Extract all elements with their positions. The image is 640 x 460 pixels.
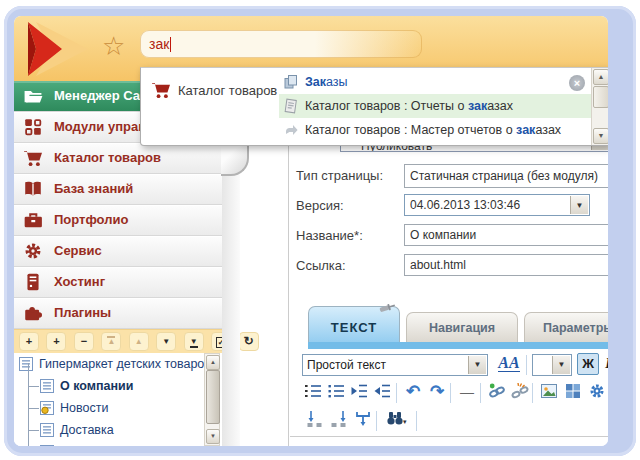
- undo-icon[interactable]: ↶: [402, 382, 424, 404]
- tree-scrollbar[interactable]: ▲ ▼: [204, 353, 220, 446]
- move-down-icon[interactable]: ▼: [156, 332, 176, 351]
- folder-icon: [23, 86, 43, 106]
- tree-toolbar: + + − ▲ ▲ ▼ ▼ ✓ ↻: [14, 329, 222, 353]
- suggestion-item[interactable]: Каталог товаров : Мастер отчетов о заказ…: [279, 118, 591, 142]
- sidebar-item-portfolio[interactable]: Портфолио: [14, 205, 222, 236]
- toolbar-bottom-border: [290, 436, 608, 437]
- chevron-down-icon[interactable]: ▼: [552, 356, 570, 374]
- chevron-down-icon[interactable]: ▼: [570, 196, 588, 214]
- active-tab-bar: [308, 342, 608, 349]
- font-size-select[interactable]: ▼: [532, 354, 572, 376]
- modules-grid-icon: [23, 117, 43, 137]
- suggestion-item-selected[interactable]: Каталог товаров : Отчеты о заказах: [279, 94, 591, 118]
- tree-node-payment[interactable]: Оплата: [40, 441, 222, 446]
- tree-root-node[interactable]: Гипермаркет детских товаров: [14, 353, 222, 375]
- text-caret: [170, 37, 171, 52]
- page-icon: [40, 445, 54, 446]
- report-icon: [283, 98, 299, 114]
- news-page-icon: [40, 401, 54, 415]
- insert-link-icon[interactable]: [486, 382, 508, 404]
- anchor-split-icon[interactable]: [352, 410, 374, 432]
- suggestion-group: Каталог товаров: [151, 80, 277, 100]
- tree-children: О компании Новости: [40, 375, 222, 446]
- settings-gear-icon[interactable]: [586, 382, 608, 404]
- gear-icon: [23, 241, 43, 261]
- insert-image-icon[interactable]: [538, 382, 560, 404]
- move-top-icon[interactable]: ▲: [101, 332, 121, 351]
- suggestion-item[interactable]: Заказы: [279, 70, 591, 94]
- tree-node-delivery[interactable]: Доставка: [40, 419, 222, 441]
- scroll-thumb[interactable]: [206, 370, 220, 424]
- chevron-down-icon[interactable]: ▼: [468, 356, 486, 374]
- redo-icon[interactable]: ↷: [426, 382, 448, 404]
- sidebar-item-catalog[interactable]: Каталог товаров: [14, 143, 222, 174]
- sidebar-item-hosting[interactable]: Хостинг: [14, 267, 222, 298]
- tab-navigation[interactable]: Навигация: [406, 312, 518, 342]
- page-type-label: Тип страницы:: [296, 168, 383, 183]
- pin-icon[interactable]: [376, 302, 396, 316]
- tree-node-news[interactable]: Новости: [40, 397, 222, 419]
- scroll-up-icon[interactable]: ▲: [593, 69, 608, 85]
- italic-button[interactable]: K: [602, 353, 608, 375]
- version-combobox[interactable]: 04.06.2013 13:03:46 ▼: [404, 194, 590, 216]
- format-select[interactable]: Простой текст ▼: [302, 354, 488, 376]
- title-input[interactable]: О компании: [404, 224, 608, 246]
- pages-tree: Гипермаркет детских товаров О компании: [14, 353, 222, 446]
- link-label: Ссылка:: [296, 258, 346, 273]
- move-bottom-icon[interactable]: ▼: [184, 332, 204, 351]
- tree-add-child-button[interactable]: +: [46, 332, 66, 351]
- panel-collapse-handle[interactable]: [221, 144, 249, 176]
- tree-remove-button[interactable]: −: [74, 332, 94, 351]
- global-search-input[interactable]: зак: [140, 30, 422, 58]
- briefcase-icon: [23, 210, 43, 230]
- suggestions-scrollbar[interactable]: ▲ ▼: [591, 68, 608, 145]
- sidebar-item-knowledge-base[interactable]: База знаний: [14, 174, 222, 205]
- bold-button[interactable]: Ж: [577, 353, 599, 375]
- title-label: Название*:: [296, 228, 363, 243]
- search-suggestions-dropdown: Каталог товаров Заказы Каталог: [140, 67, 608, 146]
- cart-icon: [151, 80, 171, 100]
- page-icon: [40, 379, 54, 393]
- server-icon: [23, 272, 43, 292]
- anchor-before-icon[interactable]: [304, 410, 326, 432]
- font-style-button[interactable]: АА: [498, 354, 520, 376]
- sidebar-item-service[interactable]: Сервис: [14, 236, 222, 267]
- bullet-list-icon[interactable]: [325, 382, 347, 404]
- search-text: зак: [149, 36, 169, 52]
- orders-icon: [283, 74, 299, 90]
- outdent-icon[interactable]: [348, 382, 370, 404]
- page-icon: [40, 423, 54, 437]
- tab-parameters[interactable]: Параметры и: [524, 312, 608, 342]
- insert-table-icon[interactable]: [562, 382, 584, 404]
- scroll-thumb[interactable]: [593, 86, 608, 108]
- ordered-list-icon[interactable]: [302, 382, 324, 404]
- page-type-select[interactable]: Статичная страница (без модуля): [404, 164, 608, 188]
- suggestion-group-label: Каталог товаров: [178, 83, 277, 98]
- link-input[interactable]: about.html: [404, 254, 608, 276]
- indent-icon[interactable]: [371, 382, 393, 404]
- scroll-up-icon[interactable]: ▲: [206, 355, 220, 370]
- cart-icon: [23, 148, 43, 168]
- puzzle-icon: [23, 303, 43, 323]
- version-label: Версия:: [296, 198, 344, 213]
- close-icon[interactable]: ×: [569, 75, 585, 91]
- scroll-down-icon[interactable]: ▼: [593, 128, 608, 144]
- anchor-after-icon[interactable]: [328, 410, 350, 432]
- svg-text:▾: ▾: [403, 418, 407, 425]
- move-up-icon[interactable]: ▲: [129, 332, 149, 351]
- remove-link-icon[interactable]: [509, 382, 531, 404]
- screenshot-root: ☆ зак Каталог товаров Зака: [0, 0, 640, 460]
- suggestion-rows: Заказы Каталог товаров : Отчеты о заказа…: [279, 70, 591, 142]
- tree-add-button[interactable]: +: [19, 332, 39, 351]
- tree-refresh-icon[interactable]: ↻: [239, 332, 259, 351]
- wizard-arrow-icon: [283, 122, 299, 138]
- tree-node-about[interactable]: О компании: [40, 375, 222, 397]
- editor-toolbar: Простой текст ▼ АА ▼ Ж K: [289, 349, 608, 446]
- sidebar-item-plugins[interactable]: Плагины: [14, 298, 222, 329]
- favorites-star-icon[interactable]: ☆: [102, 33, 125, 59]
- scroll-down-icon[interactable]: ▼: [206, 429, 220, 444]
- book-icon: [23, 179, 43, 199]
- brand-logo-icon: [22, 20, 102, 78]
- find-replace-icon[interactable]: ▾: [382, 410, 412, 432]
- horizontal-rule-icon[interactable]: —: [456, 382, 478, 404]
